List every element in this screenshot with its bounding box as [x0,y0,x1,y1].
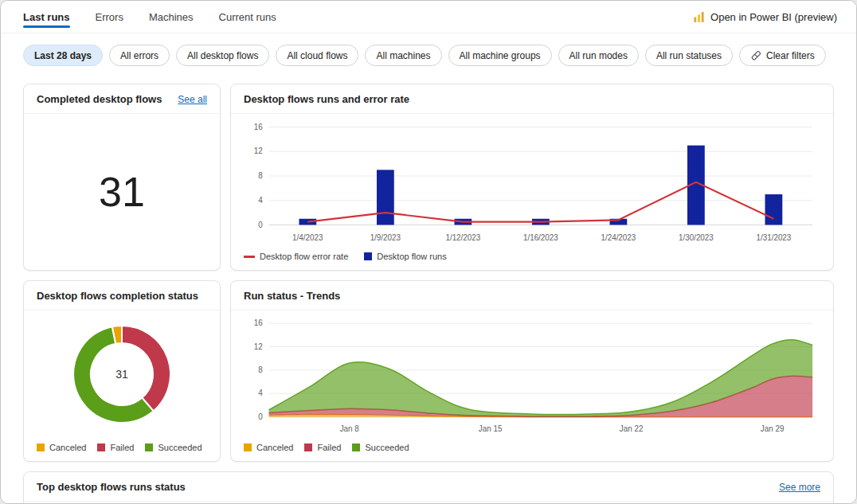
svg-text:Jan 29: Jan 29 [761,424,785,433]
failed-swatch [97,443,105,451]
top-desktop-flows-title: Top desktop flows runs status [37,481,186,493]
flow-runs-legend-label: Desktop flow runs [377,252,446,261]
tab-errors-label: Errors [96,11,123,23]
open-in-power-bi-button[interactable]: Open in Power BI (preview) [693,1,837,33]
completion-status-card: Desktop flows completion status 31 Cance… [23,280,221,462]
filter-last-28-days[interactable]: Last 28 days [23,45,103,66]
canceled-swatch [37,443,45,451]
svg-text:4: 4 [258,196,263,205]
run-status-trends-legend: Canceled Failed Succeeded [231,438,833,461]
completed-desktop-flows-card: Completed desktop flows See all 31 [23,84,221,271]
svg-text:31: 31 [115,368,128,381]
error-rate-legend-label: Desktop flow error rate [260,252,348,261]
top-desktop-flows-card: Top desktop flows runs status See more [23,471,834,504]
svg-text:16: 16 [254,122,263,131]
filter-all-cloud-flows[interactable]: All cloud flows [276,45,358,66]
filter-all-run-modes[interactable]: All run modes [558,45,639,66]
completed-desktop-flows-count: 31 [24,114,220,270]
flow-runs-swatch [364,252,372,260]
tab-bar: Last runs Errors Machines Current runs [23,1,276,33]
legend-item-error-rate: Desktop flow error rate [244,252,348,261]
tab-last-runs[interactable]: Last runs [23,1,70,33]
legend-item-trends-canceled: Canceled [244,443,293,452]
tab-machines-label: Machines [149,11,194,23]
filter-all-machines[interactable]: All machines [365,45,441,66]
power-bi-icon [693,11,705,23]
svg-text:1/12/2023: 1/12/2023 [445,232,480,241]
svg-text:1/30/2023: 1/30/2023 [679,232,714,241]
runs-and-error-rate-chart: 04812161/4/20231/9/20231/12/20231/16/202… [231,114,833,247]
filter-all-run-statuses[interactable]: All run statuses [645,45,733,66]
runs-and-error-rate-legend: Desktop flow error rate Desktop flow run… [231,247,833,270]
svg-text:1/4/2023: 1/4/2023 [292,232,323,241]
run-status-trends-title: Run status - Trends [244,290,340,302]
svg-text:0: 0 [258,412,263,421]
tab-current-runs-label: Current runs [219,11,276,23]
top-tab-bar: Last runs Errors Machines Current runs O… [1,1,856,33]
svg-text:Jan 22: Jan 22 [620,424,644,433]
svg-text:8: 8 [258,365,263,374]
legend-item-failed: Failed [97,443,134,452]
trends-succeeded-legend-label: Succeeded [365,443,409,452]
trends-failed-legend-label: Failed [317,443,341,452]
svg-text:1/9/2023: 1/9/2023 [370,232,401,241]
svg-text:1/24/2023: 1/24/2023 [601,232,636,241]
tab-current-runs[interactable]: Current runs [219,1,276,33]
run-status-trends-chart: 0481216Jan 8Jan 15Jan 22Jan 29 [231,311,833,438]
svg-text:0: 0 [258,220,263,229]
trends-canceled-swatch [244,443,252,451]
filter-all-errors[interactable]: All errors [109,45,170,66]
svg-text:16: 16 [254,318,263,327]
filter-bar: Last 28 days All errors All desktop flow… [23,45,834,66]
trends-canceled-legend-label: Canceled [256,443,293,452]
canceled-legend-label: Canceled [49,443,86,452]
clear-filters-label: Clear filters [766,50,815,61]
trends-failed-swatch [304,443,312,451]
legend-item-succeeded: Succeeded [145,443,202,452]
clear-filters-button[interactable]: Clear filters [739,45,826,66]
dashboard-content: Completed desktop flows See all 31 Deskt… [1,66,856,504]
run-status-trends-card: Run status - Trends 0481216Jan 8Jan 15Ja… [230,280,834,462]
filter-all-machine-groups[interactable]: All machine groups [448,45,552,66]
svg-text:12: 12 [254,342,263,350]
legend-item-flow-runs: Desktop flow runs [364,252,446,261]
succeeded-swatch [145,443,153,451]
legend-item-trends-failed: Failed [304,443,341,452]
completion-status-donut-chart: 31 [24,311,220,438]
completion-status-title: Desktop flows completion status [37,290,198,302]
trends-succeeded-swatch [352,443,360,451]
legend-item-trends-succeeded: Succeeded [352,443,409,452]
svg-text:12: 12 [254,147,263,155]
svg-text:1/31/2023: 1/31/2023 [756,232,791,241]
svg-text:Jan 8: Jan 8 [340,424,360,433]
svg-text:1/16/2023: 1/16/2023 [523,232,558,241]
tab-machines[interactable]: Machines [149,1,194,33]
runs-and-error-rate-card: Desktop flows runs and error rate 048121… [230,84,834,271]
runs-and-error-rate-title: Desktop flows runs and error rate [244,93,409,105]
failed-legend-label: Failed [110,443,134,452]
legend-item-canceled: Canceled [37,443,86,452]
svg-text:Jan 15: Jan 15 [479,424,503,433]
completed-desktop-flows-title: Completed desktop flows [37,93,162,105]
tab-last-runs-label: Last runs [23,11,70,23]
svg-text:4: 4 [258,389,263,397]
succeeded-legend-label: Succeeded [158,443,202,452]
desktop-flows-monitor-window: Last runs Errors Machines Current runs O… [0,0,857,504]
tab-errors[interactable]: Errors [96,1,123,33]
filter-all-desktop-flows[interactable]: All desktop flows [176,45,269,66]
completion-status-legend: Canceled Failed Succeeded [24,438,220,461]
eraser-icon [750,50,761,61]
see-all-link[interactable]: See all [178,94,207,105]
error-rate-swatch [244,256,255,258]
see-more-link[interactable]: See more [779,482,820,493]
svg-text:8: 8 [258,171,263,180]
open-in-power-bi-label: Open in Power BI (preview) [710,11,837,23]
